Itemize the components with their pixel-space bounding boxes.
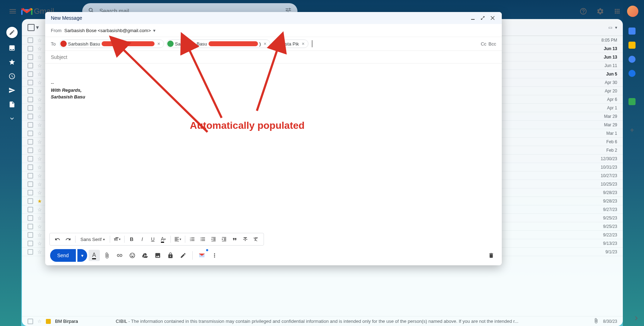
- star-icon[interactable]: ☆: [37, 131, 42, 136]
- email-row-bottom[interactable]: ☆ BM Birpara CIBIL - The information con…: [22, 316, 623, 326]
- recipients-field[interactable]: Sarbasish Basu×Sarbasish Basu)×Insta Pik…: [59, 40, 481, 48]
- email-checkbox[interactable]: [28, 164, 33, 170]
- insert-link-button[interactable]: [114, 250, 125, 261]
- star-icon[interactable]: ☆: [37, 215, 42, 221]
- bcc-button[interactable]: Bcc: [488, 41, 496, 47]
- bulleted-list-button[interactable]: [198, 234, 208, 244]
- email-checkbox[interactable]: [28, 215, 33, 221]
- more-options-button[interactable]: [209, 250, 220, 261]
- email-checkbox[interactable]: [28, 173, 33, 179]
- email-checkbox[interactable]: [28, 139, 33, 145]
- main-menu-button[interactable]: [6, 4, 20, 18]
- undo-button[interactable]: [53, 234, 62, 244]
- importance-marker[interactable]: [46, 319, 51, 324]
- star-icon[interactable]: ☆: [37, 97, 42, 102]
- star-icon[interactable]: ☆: [37, 319, 42, 324]
- email-checkbox[interactable]: [28, 46, 33, 52]
- input-dropdown-icon[interactable]: ▾: [615, 25, 617, 30]
- support-icon[interactable]: [576, 4, 590, 18]
- discard-draft-button[interactable]: [486, 250, 497, 261]
- indent-less-button[interactable]: [209, 234, 218, 244]
- star-icon[interactable]: ☆: [37, 37, 42, 43]
- star-icon[interactable]: ☆: [37, 80, 42, 85]
- email-checkbox[interactable]: [28, 80, 33, 85]
- select-dropdown-icon[interactable]: ▾: [36, 24, 39, 31]
- contacts-addon-icon[interactable]: [628, 70, 636, 77]
- star-icon[interactable]: ☆: [37, 190, 42, 195]
- star-icon[interactable]: ☆: [37, 54, 42, 60]
- email-checkbox[interactable]: [28, 241, 33, 246]
- quote-button[interactable]: [230, 234, 240, 244]
- star-icon[interactable]: ☆: [37, 63, 42, 68]
- sent-icon[interactable]: [8, 86, 16, 95]
- email-checkbox[interactable]: [28, 71, 33, 77]
- star-icon[interactable]: ☆: [37, 139, 42, 145]
- close-button[interactable]: [489, 14, 496, 22]
- star-icon[interactable]: ☆: [37, 71, 42, 77]
- star-icon[interactable]: ☆: [37, 173, 42, 179]
- snoozed-icon[interactable]: [8, 72, 16, 80]
- align-button[interactable]: ▾: [173, 234, 183, 244]
- attach-file-button[interactable]: [101, 250, 113, 261]
- redo-button[interactable]: [63, 234, 73, 244]
- font-family-button[interactable]: Sans Serif ▾: [78, 234, 108, 244]
- compose-body[interactable]: -- With Regards, Sarbasish Basu Automati…: [45, 64, 502, 233]
- email-checkbox[interactable]: [28, 198, 33, 204]
- star-icon[interactable]: ☆: [37, 147, 42, 153]
- star-icon[interactable]: ☆: [37, 122, 42, 128]
- email-checkbox[interactable]: [28, 232, 33, 238]
- star-icon[interactable]: ☆: [37, 164, 42, 170]
- star-icon[interactable]: ☆: [37, 88, 42, 94]
- email-checkbox[interactable]: [28, 249, 33, 255]
- account-avatar[interactable]: [627, 6, 638, 17]
- email-checkbox[interactable]: [28, 319, 33, 324]
- italic-button[interactable]: I: [137, 234, 147, 244]
- email-checkbox[interactable]: [28, 190, 33, 195]
- minimize-button[interactable]: [469, 14, 476, 22]
- drafts-icon[interactable]: [8, 100, 16, 109]
- bold-button[interactable]: B: [127, 234, 137, 244]
- star-icon[interactable]: ☆: [37, 241, 42, 246]
- email-checkbox[interactable]: [28, 224, 33, 229]
- side-panel-toggle[interactable]: [632, 314, 640, 322]
- keep-addon-icon[interactable]: [628, 42, 636, 49]
- insert-photo-button[interactable]: [152, 250, 163, 261]
- email-checkbox[interactable]: [28, 105, 33, 111]
- star-icon[interactable]: ★: [37, 198, 42, 204]
- addon-button[interactable]: [196, 250, 207, 261]
- email-checkbox[interactable]: [28, 54, 33, 60]
- star-icon[interactable]: ☆: [37, 232, 42, 238]
- email-checkbox[interactable]: [28, 181, 33, 187]
- star-icon[interactable]: ☆: [37, 224, 42, 229]
- text-format-toggle-button[interactable]: A: [89, 250, 100, 261]
- email-checkbox[interactable]: [28, 63, 33, 68]
- text-color-button[interactable]: A▾: [158, 234, 168, 244]
- from-dropdown-icon[interactable]: ▾: [153, 28, 156, 33]
- add-addon-icon[interactable]: +: [630, 126, 634, 134]
- recipient-chip[interactable]: Sarbasish Basu×: [59, 40, 164, 48]
- star-icon[interactable]: ☆: [37, 249, 42, 255]
- email-checkbox[interactable]: [28, 97, 33, 102]
- apps-icon[interactable]: [610, 4, 624, 18]
- starred-icon[interactable]: [8, 58, 16, 66]
- recipient-chip[interactable]: Sarbasish Basu)×: [166, 40, 270, 48]
- cc-button[interactable]: Cc: [481, 41, 486, 47]
- calendar-addon-icon[interactable]: [628, 28, 636, 35]
- email-checkbox[interactable]: [28, 131, 33, 136]
- underline-button[interactable]: U: [148, 234, 158, 244]
- recipient-chip[interactable]: Insta Pik×: [272, 40, 308, 48]
- send-options-button[interactable]: ▾: [77, 249, 87, 262]
- email-checkbox[interactable]: [28, 114, 33, 119]
- confidential-mode-button[interactable]: [165, 250, 176, 261]
- email-checkbox[interactable]: [28, 147, 33, 153]
- insert-emoji-button[interactable]: [127, 250, 138, 261]
- strikethrough-button[interactable]: [240, 234, 250, 244]
- indent-more-button[interactable]: [219, 234, 229, 244]
- insert-signature-button[interactable]: [177, 250, 189, 261]
- star-icon[interactable]: ☆: [37, 156, 42, 162]
- fullscreen-button[interactable]: [479, 14, 486, 22]
- insert-drive-button[interactable]: [139, 250, 151, 261]
- tasks-addon-icon[interactable]: [628, 56, 636, 63]
- star-icon[interactable]: ☆: [37, 105, 42, 111]
- more-icon[interactable]: [8, 114, 16, 123]
